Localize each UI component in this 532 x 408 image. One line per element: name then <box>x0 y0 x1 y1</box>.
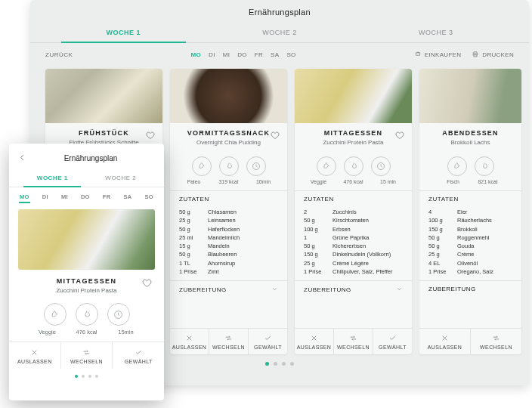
mobile-time-label: 15min <box>111 329 141 335</box>
dot[interactable] <box>88 375 91 378</box>
ingredient-row: 25 gCrème Légère <box>304 259 403 267</box>
mobile-diet-label: Veggie <box>32 329 63 335</box>
mobile-week-tabs: WOCHE 1 WOCHE 2 <box>9 171 164 187</box>
favorite-button[interactable] <box>146 129 155 143</box>
ingredients-heading: ZUTATEN <box>419 190 521 206</box>
day-picker: MO DI MI DO FR SA SO <box>191 51 296 58</box>
prep-toggle[interactable]: ZUBEREITUNG <box>295 280 412 298</box>
dot[interactable] <box>95 375 98 378</box>
meal-title: ABENDESSEN <box>427 129 514 137</box>
tab-week-1[interactable]: WOCHE 1 <box>45 24 202 42</box>
swap-button[interactable]: WECHSELN <box>471 329 521 354</box>
mobile-day-sa[interactable]: SA <box>123 193 131 200</box>
flame-icon <box>475 156 494 176</box>
diet-label: Fisch <box>440 179 467 184</box>
ingredient-name: Gouda <box>457 242 512 250</box>
ingredient-row: 50 gBlaubeeren <box>179 250 278 258</box>
recipe-name: Brokkoli Lachs <box>427 139 514 146</box>
ingredient-name: Kirschtomaten <box>332 216 403 224</box>
print-button[interactable]: DRUCKEN <box>472 51 514 58</box>
dot[interactable] <box>265 362 269 366</box>
ingredient-qty: 150 g <box>428 225 457 233</box>
back-link[interactable]: ZURÜCK <box>45 51 73 58</box>
pick-button[interactable]: GEWÄHLT <box>373 329 412 354</box>
skip-button[interactable]: AUSLASSEN <box>295 329 334 354</box>
dot[interactable] <box>274 362 277 366</box>
day-mi[interactable]: MI <box>223 51 230 58</box>
mobile-tab-week-1[interactable]: WOCHE 1 <box>18 171 87 187</box>
tab-week-3[interactable]: WOCHE 3 <box>357 24 514 42</box>
skip-button[interactable]: AUSLASSEN <box>419 329 471 354</box>
mobile-day-mi[interactable]: MI <box>61 193 68 200</box>
ingredient-qty: 2 <box>304 208 332 216</box>
dot[interactable] <box>282 362 286 366</box>
ingredient-name: Haferflocken <box>208 225 278 233</box>
day-mo[interactable]: MO <box>191 51 202 58</box>
print-icon <box>472 51 479 58</box>
meal-image <box>170 69 287 123</box>
shop-button[interactable]: EINKAUFEN <box>414 51 462 58</box>
ingredients-heading: ZUTATEN <box>170 190 287 206</box>
day-fr[interactable]: FR <box>255 51 263 58</box>
ingredient-row: 50 gKirschtomaten <box>304 216 403 224</box>
ingredient-name: Mandeln <box>208 242 278 250</box>
ingredient-qty: 25 ml <box>179 233 208 242</box>
dot[interactable] <box>290 362 294 366</box>
day-sa[interactable]: SA <box>271 51 279 58</box>
flame-icon <box>344 156 363 176</box>
ingredient-name: Oregano, Salz <box>457 267 512 276</box>
ingredient-qty: 25 g <box>428 250 457 258</box>
day-do[interactable]: DO <box>237 51 247 58</box>
ingredient-qty: 50 g <box>179 225 208 233</box>
favorite-button[interactable] <box>395 129 404 143</box>
ingredient-name: Dinkelnudeln (Vollkorn) <box>332 250 403 258</box>
mobile-day-do[interactable]: DO <box>81 193 90 200</box>
prep-label: ZUBEREITUNG <box>428 286 476 292</box>
dot[interactable] <box>82 375 85 378</box>
mobile-back-button[interactable] <box>18 151 26 165</box>
mobile-day-di[interactable]: DI <box>42 193 48 200</box>
ingredient-row: 4 ELOlivenöl <box>428 259 512 267</box>
ingredients-list: 4Eier100 gRäucherlachs150 gBrokkoli50 gR… <box>419 206 521 280</box>
day-so[interactable]: SO <box>286 51 295 58</box>
mobile-day-mo[interactable]: MO <box>20 193 29 200</box>
prep-toggle[interactable]: ZUBEREITUNG <box>170 280 287 298</box>
ingredient-row: 100 gErbsen <box>304 225 403 233</box>
ingredient-qty: 1 <box>304 233 332 242</box>
prep-toggle[interactable]: ZUBEREITUNG <box>419 280 521 297</box>
mobile-day-so[interactable]: SO <box>145 193 153 200</box>
clock-icon <box>246 156 266 176</box>
clock-icon <box>371 156 391 176</box>
favorite-button[interactable] <box>271 129 280 143</box>
swap-button[interactable]: WECHSELN <box>334 329 373 354</box>
mobile-swap-button[interactable]: WECHSELN <box>61 342 113 369</box>
ingredient-row: 50 gChiasamen <box>179 208 278 216</box>
mobile-day-picker: MO DI MI DO FR SA SO <box>9 187 164 205</box>
ingredient-name: Leinsamen <box>208 216 278 224</box>
ingredient-qty: 15 g <box>179 242 208 250</box>
mobile-favorite-button[interactable] <box>142 277 152 291</box>
ingredient-name: Chilipulver, Salz, Pfeffer <box>332 267 403 276</box>
tab-week-2[interactable]: WOCHE 2 <box>202 24 358 42</box>
recipe-name: Zucchini Protein Pasta <box>302 139 404 146</box>
ingredient-name: Zucchinis <box>332 208 403 216</box>
ingredient-qty: 1 Prise <box>428 267 457 276</box>
sub-bar: ZURÜCK MO DI MI DO FR SA SO EINKAUFEN DR… <box>30 43 529 64</box>
mobile-skip-button[interactable]: AUSLASSEN <box>9 342 61 369</box>
ingredient-name: Kichererbsen <box>332 242 403 250</box>
ingredient-name: Crème <box>457 250 512 258</box>
time-label: 15 min <box>375 179 402 184</box>
mobile-tab-week-2[interactable]: WOCHE 2 <box>87 171 156 187</box>
swap-button[interactable]: WECHSELN <box>209 329 249 354</box>
dot[interactable] <box>75 375 78 378</box>
ingredient-row: 50 gHaferflocken <box>179 225 278 233</box>
day-di[interactable]: DI <box>209 51 215 58</box>
skip-button[interactable]: AUSLASSEN <box>170 329 209 354</box>
mobile-day-fr[interactable]: FR <box>103 193 111 200</box>
diet-icon <box>447 156 467 176</box>
mobile-pick-button[interactable]: GEWÄHLT <box>113 342 164 369</box>
ingredient-row: 1 PriseChilipulver, Salz, Pfeffer <box>304 267 403 276</box>
ingredient-name: Erbsen <box>332 225 403 233</box>
ingredient-row: 150 gBrokkoli <box>428 225 512 233</box>
pick-button[interactable]: GEWÄHLT <box>249 329 287 354</box>
